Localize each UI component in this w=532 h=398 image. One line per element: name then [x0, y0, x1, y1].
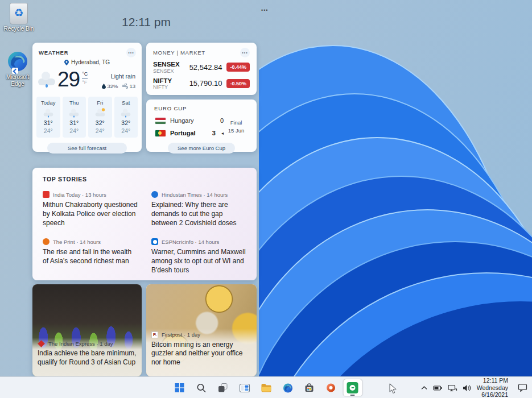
rain-cloud-icon — [121, 110, 131, 117]
match-status: Final — [224, 119, 249, 127]
location-pin-icon — [64, 60, 69, 65]
match-date: 15 Jun — [224, 127, 249, 135]
story-headline: The rise and fall in the wealth of Asia'… — [43, 248, 138, 266]
nifty-value: 15,790.10 — [189, 79, 222, 88]
weather-location[interactable]: Hyderabad, TG — [71, 59, 110, 65]
forecast-day-today[interactable]: Today 31° 24° — [36, 97, 60, 138]
story-meta: Hindustan Times · 14 hours — [162, 192, 228, 198]
hungary-flag-icon — [155, 118, 166, 124]
taskbar: 12:11 PM Wednesday 6/16/2021 — [0, 376, 532, 398]
market-row-sensex[interactable]: SENSEX SENSEX 52,542.84 -0.44% — [146, 59, 257, 76]
rain-cloud-icon — [43, 110, 53, 117]
recycle-bin-label: Recycle Bin — [1, 26, 36, 32]
match-row-hungary[interactable]: Hungary 0 — [155, 114, 224, 127]
story-hindustan-times[interactable]: Hindustan Times · 14 hours Explained: Wh… — [151, 191, 246, 227]
weather-menu-dots-icon[interactable]: ••• — [126, 48, 136, 57]
green-meeting-app-icon — [347, 382, 358, 393]
celsius-toggle[interactable]: °C — [82, 71, 88, 78]
weather-widget[interactable]: WEATHER ••• Hyderabad, TG 29 °C °F Light… — [32, 43, 142, 152]
tray-clock[interactable]: 12:11 PM Wednesday 6/16/2021 — [477, 377, 508, 398]
match-row-portugal[interactable]: Portugal 3 ◂ — [155, 127, 224, 139]
microsoft-store-icon — [304, 383, 315, 393]
see-more-euro-cup-button[interactable]: See more Euro Cup — [168, 143, 235, 154]
rain-cloud-icon — [69, 110, 80, 117]
tray-day: Wednesday — [477, 384, 508, 391]
news-card-headline: India achieve the bare minimum, qualify … — [38, 349, 137, 367]
wind-icon — [122, 84, 128, 89]
notification-center-button[interactable] — [518, 383, 527, 392]
notification-bubble-icon — [518, 383, 527, 392]
desktop-wallpaper — [259, 0, 532, 376]
fahrenheit-toggle[interactable]: °F — [82, 78, 88, 85]
office-button[interactable] — [321, 379, 340, 396]
mouse-cursor — [389, 383, 397, 397]
top-stories-widget[interactable]: TOP STORIES India Today · 13 hours Mithu… — [32, 168, 257, 280]
story-meta: The Print · 14 hours — [53, 239, 101, 245]
news-card-indian-express[interactable]: The Indian Express · 1 day India achieve… — [32, 284, 142, 376]
panel-more-dots-icon[interactable]: ••• — [261, 7, 268, 13]
battery-tray-button[interactable] — [433, 384, 443, 392]
file-explorer-button[interactable] — [257, 379, 275, 396]
network-ethernet-icon — [448, 384, 457, 392]
network-tray-button[interactable] — [448, 384, 457, 392]
widgets-panel-clock: 12:11 pm — [122, 15, 171, 29]
espncricinfo-logo-icon — [151, 238, 158, 245]
running-app-indicator — [350, 395, 355, 396]
weather-condition: Light rain — [111, 73, 135, 80]
edge-icon — [282, 383, 293, 393]
india-today-logo-icon — [43, 191, 50, 198]
forecast-day-thu[interactable]: Thu 31° 24° — [63, 97, 86, 138]
recycle-bin-desktop-icon[interactable]: Recycle Bin — [1, 3, 36, 32]
recycle-bin-icon — [10, 3, 28, 24]
money-market-widget[interactable]: MONEY | MARKET ••• SENSEX SENSEX 52,542.… — [146, 43, 257, 95]
nifty-change-badge: -0.50% — [226, 79, 250, 88]
firstpost-logo-icon: F. — [151, 331, 158, 338]
portugal-flag-icon — [155, 130, 166, 136]
market-title: MONEY | MARKET — [153, 49, 205, 56]
green-meeting-app-button[interactable] — [343, 379, 362, 396]
hindustan-times-logo-icon — [151, 191, 158, 198]
market-row-nifty[interactable]: NIFTY NIFTY 15,790.10 -0.50% — [146, 76, 257, 92]
task-view-button[interactable] — [213, 379, 232, 396]
rain-cloud-icon — [37, 74, 56, 85]
news-card-headline: Bitcoin mining is an energy guzzler and … — [151, 341, 251, 367]
news-card-firstpost[interactable]: F. Firstpost · 1 day Bitcoin mining is a… — [146, 284, 257, 376]
story-india-today[interactable]: India Today · 13 hours Mithun Chakrabort… — [43, 191, 138, 227]
battery-icon — [433, 384, 443, 392]
euro-cup-widget[interactable]: EURO CUP Hungary 0 Portugal 3 ◂ Final 15… — [146, 100, 257, 152]
top-stories-title: TOP STORIES — [43, 176, 246, 183]
forecast-day-fri[interactable]: Fri 32° 24° — [88, 97, 112, 138]
volume-tray-button[interactable] — [463, 384, 472, 392]
current-temperature: 29 — [57, 68, 80, 92]
story-the-print[interactable]: The Print · 14 hours The rise and fall i… — [43, 238, 138, 275]
start-button[interactable] — [170, 379, 189, 396]
weather-title: WEATHER — [39, 49, 68, 56]
tray-chevron-button[interactable] — [420, 384, 428, 391]
story-headline: Warner, Cummins and Maxwell among six to… — [151, 248, 246, 275]
portugal-score: 3 — [212, 130, 216, 136]
bloom-flower-graphic — [259, 0, 532, 376]
story-espncricinfo[interactable]: ESPNcricinfo · 14 hours Warner, Cummins … — [151, 238, 246, 275]
sensex-change-badge: -0.44% — [226, 63, 250, 72]
wind-value: 13 — [129, 83, 135, 89]
search-button[interactable] — [192, 379, 211, 396]
see-full-forecast-button[interactable]: See full forecast — [47, 143, 127, 154]
widgets-button[interactable] — [235, 379, 254, 396]
tray-time: 12:11 PM — [477, 377, 508, 384]
market-menu-dots-icon[interactable]: ••• — [240, 48, 250, 57]
news-card-meta: The Indian Express · 1 day — [48, 341, 113, 347]
widgets-icon — [239, 383, 250, 393]
microsoft-edge-desktop-icon[interactable]: Microsoft Edge — [0, 50, 35, 87]
office-icon — [326, 383, 336, 393]
precipitation-value: 32% — [107, 83, 118, 89]
search-icon — [196, 383, 206, 393]
start-icon — [175, 383, 185, 393]
task-view-icon — [218, 383, 228, 393]
forecast-day-sat[interactable]: Sat 32° 24° — [114, 97, 138, 138]
story-headline: Mithun Chakraborty questioned by Kolkata… — [43, 201, 138, 227]
edge-taskbar-button[interactable] — [278, 379, 297, 396]
story-headline: Explained: Why there are demands to cut … — [151, 201, 246, 227]
partly-sunny-icon — [94, 110, 105, 117]
microsoft-store-button[interactable] — [300, 379, 319, 396]
file-explorer-icon — [261, 383, 271, 392]
